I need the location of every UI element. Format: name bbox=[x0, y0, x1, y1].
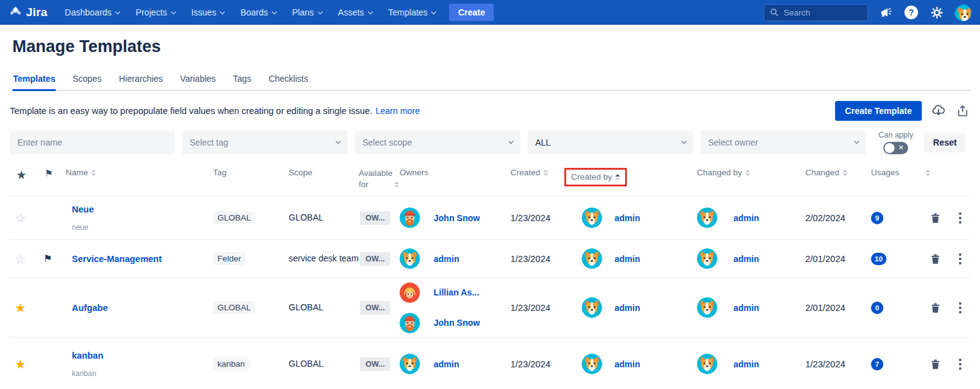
changed-value: 2/01/2024 bbox=[805, 303, 846, 313]
star-toggle[interactable]: ★ bbox=[15, 357, 26, 372]
profile-avatar[interactable] bbox=[955, 4, 971, 21]
more-actions-icon[interactable] bbox=[955, 357, 965, 371]
user-link[interactable]: admin bbox=[434, 254, 459, 264]
help-icon[interactable]: ? bbox=[904, 5, 919, 20]
user-link[interactable]: admin bbox=[733, 254, 759, 264]
chevron-down-icon bbox=[367, 9, 372, 14]
user-link[interactable]: admin bbox=[615, 254, 640, 264]
template-name-link[interactable]: Aufgabe bbox=[72, 303, 108, 313]
scope-filter-select[interactable]: Select scope bbox=[355, 131, 520, 154]
delete-icon[interactable] bbox=[929, 212, 942, 224]
column-header-tag: Tag bbox=[207, 168, 281, 177]
beard-man-avatar bbox=[400, 208, 420, 228]
scope-value: GLOBAL bbox=[289, 357, 323, 370]
tag-chip: kanban bbox=[213, 357, 249, 370]
type-filter-select[interactable]: ALL bbox=[528, 131, 693, 154]
can-apply-toggle[interactable]: ✕ bbox=[883, 142, 908, 154]
column-header-created-by[interactable]: Created by bbox=[564, 168, 682, 186]
tab-templates[interactable]: Templates bbox=[12, 70, 56, 90]
owners-cell: John Snow bbox=[397, 208, 499, 228]
owner-filter-value: Select owner bbox=[708, 138, 758, 147]
user-chip: admin bbox=[582, 248, 640, 269]
announcements-icon[interactable] bbox=[878, 5, 893, 20]
create-template-button[interactable]: Create Template bbox=[835, 101, 922, 121]
star-toggle[interactable]: ☆ bbox=[15, 211, 26, 225]
chevron-down-icon bbox=[271, 9, 276, 14]
template-name-link[interactable]: Neue bbox=[72, 204, 94, 214]
user-link[interactable]: John Snow bbox=[434, 213, 480, 223]
more-actions-icon[interactable] bbox=[955, 301, 965, 315]
table-row: ★ Aufgabe GLOBAL GLOBAL OW... Lillian As… bbox=[10, 278, 970, 338]
nav-item-assets[interactable]: Assets bbox=[338, 7, 372, 17]
user-chip: admin bbox=[697, 354, 759, 374]
nav-item-label: Plans bbox=[292, 7, 314, 17]
user-chip: admin bbox=[582, 297, 640, 318]
settings-gear-icon[interactable] bbox=[929, 5, 944, 20]
column-header-changed[interactable]: Changed bbox=[790, 168, 859, 177]
nav-item-projects[interactable]: Projects bbox=[136, 7, 175, 17]
user-link[interactable]: admin bbox=[733, 213, 759, 223]
available-for-chip: OW... bbox=[360, 211, 390, 225]
dog-avatar bbox=[400, 354, 420, 374]
user-chip: John Snow bbox=[400, 208, 480, 228]
flag-column-icon[interactable]: ⚑ bbox=[45, 168, 53, 179]
column-header-usages[interactable]: Usages bbox=[859, 168, 914, 177]
nav-item-dashboards[interactable]: Dashboards bbox=[65, 7, 120, 17]
tab-scopes[interactable]: Scopes bbox=[72, 70, 102, 90]
user-chip: Lillian As... bbox=[400, 282, 479, 303]
learn-more-link[interactable]: Learn more bbox=[375, 106, 420, 116]
tab-hierarchies[interactable]: Hierarchies bbox=[118, 70, 164, 90]
star-toggle[interactable]: ☆ bbox=[15, 251, 26, 266]
table-header: ★ ⚑ Name Tag Scope Available for Owners … bbox=[10, 163, 970, 196]
import-cloud-icon[interactable] bbox=[931, 103, 946, 118]
tag-filter-select[interactable]: Select tag bbox=[182, 131, 348, 154]
name-filter-input[interactable] bbox=[17, 138, 167, 147]
nav-item-boards[interactable]: Boards bbox=[240, 7, 276, 17]
nav-item-label: Templates bbox=[388, 7, 428, 17]
more-actions-icon[interactable] bbox=[955, 211, 965, 225]
user-chip: admin bbox=[697, 248, 759, 269]
more-actions-icon[interactable] bbox=[955, 252, 965, 266]
owner-filter-select[interactable]: Select owner bbox=[701, 131, 866, 154]
template-name-link[interactable]: Service-Management bbox=[72, 254, 162, 264]
tab-tags[interactable]: Tags bbox=[232, 70, 252, 90]
create-button[interactable]: Create bbox=[449, 4, 494, 21]
nav-item-templates[interactable]: Templates bbox=[388, 7, 436, 17]
user-link[interactable]: John Snow bbox=[434, 318, 480, 328]
delete-icon[interactable] bbox=[929, 358, 942, 370]
tab-checklists[interactable]: Checklists bbox=[268, 70, 309, 90]
tab-variables[interactable]: Variables bbox=[180, 70, 216, 90]
header-actions: Create Template bbox=[835, 101, 970, 121]
dog-avatar bbox=[697, 297, 717, 318]
delete-icon[interactable] bbox=[929, 302, 942, 314]
user-link[interactable]: admin bbox=[615, 303, 640, 313]
column-header-available-for[interactable]: Available for bbox=[359, 168, 397, 190]
column-header-created[interactable]: Created bbox=[499, 168, 564, 177]
usages-badge: 0 bbox=[871, 302, 883, 314]
user-link[interactable]: admin bbox=[615, 213, 640, 223]
jira-logo[interactable]: Jira bbox=[9, 6, 48, 19]
available-for-chip: OW... bbox=[360, 301, 390, 315]
star-column-icon[interactable]: ★ bbox=[16, 168, 27, 182]
search-input[interactable] bbox=[784, 8, 858, 17]
nav-item-issues[interactable]: Issues bbox=[191, 7, 224, 17]
user-link[interactable]: admin bbox=[733, 359, 759, 369]
nav-item-plans[interactable]: Plans bbox=[292, 7, 322, 17]
column-header-name[interactable]: Name bbox=[64, 168, 207, 177]
created-by-cell: admin bbox=[564, 297, 682, 318]
user-link[interactable]: Lillian As... bbox=[434, 287, 479, 297]
flag-icon[interactable]: ⚑ bbox=[43, 253, 52, 264]
star-toggle[interactable]: ★ bbox=[15, 300, 26, 315]
top-nav: Jira DashboardsProjectsIssuesBoardsPlans… bbox=[0, 0, 980, 25]
user-link[interactable]: admin bbox=[615, 359, 640, 369]
search-box[interactable] bbox=[764, 4, 868, 21]
export-icon[interactable] bbox=[955, 103, 970, 118]
created-value: 1/23/2024 bbox=[510, 303, 551, 313]
template-name-link[interactable]: kanban bbox=[72, 351, 103, 361]
reset-button[interactable]: Reset bbox=[924, 133, 965, 152]
user-link[interactable]: admin bbox=[733, 303, 759, 313]
delete-icon[interactable] bbox=[929, 253, 942, 265]
templates-table: ★ ⚑ Name Tag Scope Available for Owners … bbox=[10, 163, 970, 389]
user-link[interactable]: admin bbox=[434, 359, 459, 369]
column-header-changed-by[interactable]: Changed by bbox=[682, 168, 790, 177]
